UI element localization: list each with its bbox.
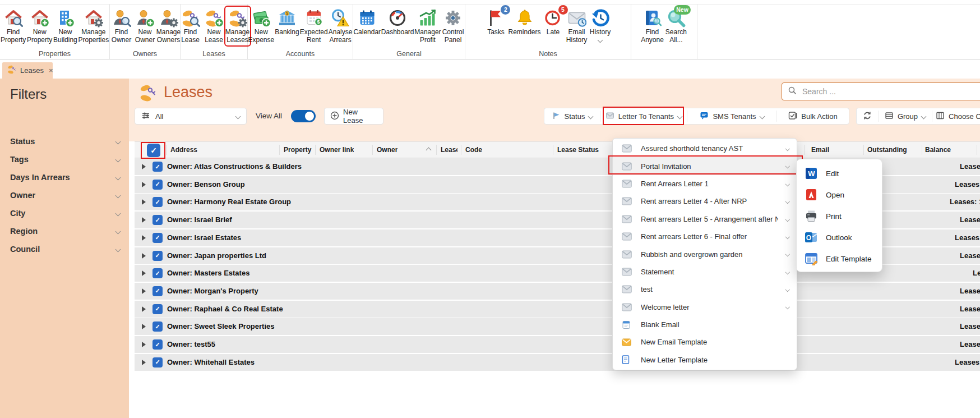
ribbon-item-calendar[interactable]: Calendar [353,7,381,38]
bulk-action-button[interactable]: Bulk Action [777,108,849,124]
ribbon-item-find-anyone[interactable]: Find Anyone [640,7,664,45]
table-row-owner-test55[interactable]: Owner: test55Leases [135,336,980,353]
sidebar-filter-tags[interactable]: Tags [10,151,120,168]
row-checkbox[interactable] [152,286,163,296]
expand-arrow-icon[interactable] [142,288,146,294]
refresh-button[interactable] [857,108,878,124]
ribbon-item-manage-leases[interactable]: Manage Leases [226,7,249,45]
row-checkbox[interactable] [152,215,163,225]
letter-menu-item-portal-invitation[interactable]: Portal Invitation [613,157,797,174]
sidebar-filter-status[interactable]: Status [10,133,120,150]
column-header-address[interactable]: Address [170,142,197,158]
search-input[interactable] [801,86,980,97]
letter-menu-item-rent-arrears-letter-1[interactable]: Rent Arrears Letter 1 [613,175,797,192]
column-header-email[interactable]: Email [811,142,829,158]
sidebar-filter-city[interactable]: City [10,205,120,222]
ribbon-item-new-building[interactable]: New Building [53,7,77,45]
expand-arrow-icon[interactable] [142,360,146,365]
select-all-checkbox[interactable] [147,144,160,157]
expand-arrow-icon[interactable] [142,164,146,169]
column-header-owner[interactable]: Owner [377,142,431,158]
row-checkbox[interactable] [152,162,163,172]
column-header-owner-link[interactable]: Owner link [320,142,354,158]
row-checkbox[interactable] [152,339,163,350]
letter-menu-item-rent-arrears-letter-6-final-offer[interactable]: Rent arrears Letter 6 - Final offer [613,228,797,245]
ribbon-item-email-history[interactable]: Email History [565,7,589,45]
choose-columns-button[interactable]: Choose Col [932,108,980,124]
expand-arrow-icon[interactable] [142,324,146,329]
ribbon-item-control-panel[interactable]: Control Panel [441,7,465,45]
ribbon-item-late[interactable]: 5Late [542,7,565,38]
table-row-owner-morgan-s-property[interactable]: Owner: Morgan's PropertyLeases [135,283,980,300]
search-box[interactable] [782,82,980,100]
filter-dropdown-all[interactable]: All [135,108,247,125]
expand-arrow-icon[interactable] [142,199,146,205]
ribbon-item-banking[interactable]: $Banking [275,7,299,38]
expand-arrow-icon[interactable] [142,270,146,276]
letter-menu-item-assured-shorthold-tenancy-ast[interactable]: Assured shorthold tenancy AST [613,140,797,157]
column-header-balance[interactable]: Balance [925,142,951,158]
tab-leases[interactable]: Leases × [2,62,53,79]
tab-close-icon[interactable]: × [49,67,53,74]
sidebar-filter-owner[interactable]: Owner [10,187,120,204]
row-checkbox[interactable] [152,233,163,243]
new-lease-button[interactable]: New Lease [324,108,383,125]
row-checkbox[interactable] [152,357,163,368]
letter-menu-item-rent-arrears-letter-4-after-nrp[interactable]: Rent arrears Letter 4 - After NRP [613,192,797,210]
letter-menu-item-welcome-letter[interactable]: Welcome letter [613,298,797,316]
ribbon-item-search-all[interactable]: NewSearch All... [664,7,688,45]
expand-arrow-icon[interactable] [142,235,146,241]
ribbon-item-expected-rent[interactable]: $Expected Rent [299,7,328,45]
column-header-property-ty[interactable]: Property Ty [284,142,312,158]
letter-to-tenants-dropdown[interactable]: Letter To Tenants [600,108,687,124]
row-checkbox[interactable] [152,304,163,314]
row-checkbox[interactable] [152,197,163,207]
context-menu-item-edit[interactable]: WEdit [797,163,882,184]
letter-menu-item-rubbish-and-overgrown-garden[interactable]: Rubbish and overgrown garden [613,245,797,263]
expand-arrow-icon[interactable] [142,306,146,312]
ribbon-item-find-property[interactable]: Find Property [0,7,26,45]
ribbon-item-new-property[interactable]: New Property [26,7,53,45]
letter-menu-item-new-email-template[interactable]: New Email Template [613,333,797,351]
ribbon-item-manage-owners[interactable]: Manage Owners [157,7,181,45]
row-checkbox[interactable] [152,251,163,261]
ribbon-item-find-lease[interactable]: Find Lease [179,7,202,45]
row-checkbox[interactable] [152,321,163,332]
context-menu-item-edit-template[interactable]: Edit Template [797,248,882,269]
context-menu-item-outlook[interactable]: OOutlook [797,227,882,248]
table-row-owner-sweet-sleek-properties[interactable]: Owner: Sweet Sleek PropertiesLeases [135,318,980,335]
ribbon-item-new-expense[interactable]: New Expense [248,7,275,45]
ribbon-item-analyse-arrears[interactable]: Analyse Arrears [328,7,353,45]
ribbon-item-tasks[interactable]: 2Tasks [484,7,507,38]
table-row-owner-raphael-co-real-estate[interactable]: Owner: Raphael & Co Real EstateLeases [135,301,980,318]
context-menu-item-print[interactable]: Print [797,205,882,227]
column-header-lease[interactable]: Lease [441,142,457,158]
expand-arrow-icon[interactable] [142,253,146,259]
view-all-toggle[interactable] [291,110,316,122]
letter-menu-item-test[interactable]: test [613,281,797,298]
letter-menu-item-statement[interactable]: Statement [613,263,797,281]
letter-menu-item-new-letter-template[interactable]: New Letter Template [613,351,797,369]
ribbon-item-dashboard[interactable]: Dashboard [381,7,414,38]
ribbon-item-reminders[interactable]: Reminders [507,7,541,38]
sms-tenants-dropdown[interactable]: SMS Tenants [687,108,776,124]
column-header-code[interactable]: Code [465,142,482,158]
sidebar-filter-region[interactable]: Region [10,223,120,240]
ribbon-item-manage-properties[interactable]: Manage Properties [78,7,109,45]
ribbon-item-find-owner[interactable]: Find Owner [110,7,133,45]
ribbon-item-manager-profit[interactable]: Manager Profit [414,7,441,45]
group-dropdown[interactable]: Group [879,108,932,124]
status-dropdown[interactable]: Status [544,108,600,124]
column-header-lease-status[interactable]: Lease Status [557,142,599,158]
row-checkbox[interactable] [152,180,163,190]
context-menu-item-open[interactable]: Open [797,184,882,205]
letter-menu-item-rent-arrears-letter-5-arrangement-after-nrp[interactable]: Rent arrears Letter 5 - Arrangement afte… [613,210,797,228]
expand-arrow-icon[interactable] [142,217,146,223]
table-row-owner-whitehall-estates[interactable]: Owner: Whitehall EstatesLeases: [135,354,980,371]
sidebar-filter-council[interactable]: Council [10,241,120,258]
ribbon-item-new-lease[interactable]: New Lease [202,7,226,45]
column-header-outstanding[interactable]: Outstanding [867,142,907,158]
expand-arrow-icon[interactable] [142,182,146,187]
row-checkbox[interactable] [152,268,163,278]
expand-arrow-icon[interactable] [142,342,146,347]
